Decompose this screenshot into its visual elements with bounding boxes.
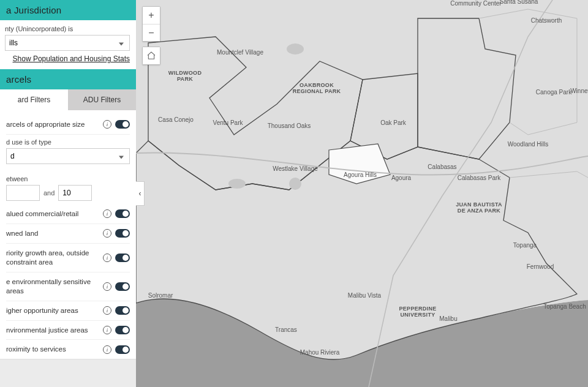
map-label: Westlake Village [273, 165, 318, 172]
filter-row-0: alued commercial/retaili [6, 205, 130, 224]
filter-row-6: roximity to servicesi [6, 339, 130, 359]
info-icon[interactable]: i [103, 306, 111, 315]
filter-row-3: e environmentally sensitive areasi [6, 272, 130, 301]
filter-row-1: wned landi [6, 224, 130, 243]
filter-acreage: etween and [6, 171, 130, 201]
info-icon[interactable]: i [103, 120, 111, 129]
zoom-group: + − [142, 6, 160, 42]
map-label: Agoura [391, 175, 411, 181]
map-label: Mahou Riviera [300, 349, 339, 356]
filter-label: wned land [6, 229, 103, 238]
toggle-appropriate-size[interactable] [115, 120, 130, 129]
filter-row-5: nvironmental justice areasi [6, 320, 130, 340]
landuse-select[interactable]: d [6, 148, 130, 164]
map-svg [136, 0, 588, 387]
tab-adu-filters[interactable]: ADU Filters [68, 89, 136, 110]
svg-point-1 [228, 179, 246, 189]
map-label: Casa Conejo [158, 116, 194, 123]
filter-label: arcels of appropriate size [6, 120, 103, 129]
map-label: Calabasas [428, 163, 456, 170]
sidebar: a Jurisdiction nty (Unincorporated) is i… [0, 0, 136, 387]
jurisdiction-select[interactable]: ills [5, 35, 130, 51]
jurisdiction-header: a Jurisdiction [0, 0, 136, 20]
map-label: Community Center [450, 0, 501, 7]
filter-label: roximity to services [6, 345, 103, 354]
parcels-header: arcels [0, 69, 136, 89]
map-label: PEPPERDINE UNIVERSITY [393, 306, 442, 318]
acreage-label: etween [6, 175, 130, 182]
home-button[interactable] [143, 47, 160, 64]
svg-point-2 [289, 178, 301, 190]
map-label: JUAN BAUTISTA DE ANZA PARK [454, 202, 503, 214]
toggle-5[interactable] [115, 326, 130, 334]
population-stats-link[interactable]: Show Population and Housing Stats [5, 54, 130, 63]
map-label: Winnetka [570, 88, 588, 94]
map-label: Agoura Hills [344, 171, 377, 178]
map-area[interactable]: Mountclef VillageWILDWOOD PARKCasa Conej… [136, 0, 588, 387]
map-label: Trancas [275, 326, 297, 333]
acre-and-label: and [43, 189, 55, 197]
toggle-2[interactable] [115, 254, 130, 262]
landuse-label: d use is of type [6, 138, 130, 146]
map-label: Woodland Hills [508, 141, 549, 148]
jurisdiction-label: nty (Unincorporated) is [5, 25, 130, 32]
map-label: Calabasas Park [458, 175, 501, 181]
map-label: Malibu Vista [348, 292, 381, 299]
map-label: Chatsworth [531, 17, 562, 24]
filter-label: riority growth area, outside constraint … [6, 249, 103, 267]
map-label: Topanga [513, 242, 537, 249]
filter-tabs: ard Filters ADU Filters [0, 89, 136, 110]
home-icon [146, 51, 156, 61]
toggle-0[interactable] [115, 209, 130, 218]
info-icon[interactable]: i [103, 345, 111, 354]
filter-label: igher opportunity areas [6, 306, 103, 315]
info-icon[interactable]: i [103, 282, 111, 291]
jurisdiction-body: nty (Unincorporated) is ills Show Popula… [0, 20, 136, 69]
home-button-group [142, 47, 160, 65]
toggle-3[interactable] [115, 282, 130, 291]
map-label: Canoga Park [536, 89, 571, 96]
map-label: Mountclef Village [217, 49, 263, 56]
filter-label: nvironmental justice areas [6, 326, 103, 335]
toggle-6[interactable] [115, 345, 130, 354]
filter-label: e environmentally sensitive areas [6, 277, 103, 296]
tab-standard-filters[interactable]: ard Filters [0, 89, 68, 110]
filters-body: arcels of appropriate size i d use is of… [0, 110, 136, 387]
acre-min-input[interactable] [6, 185, 40, 201]
map-label: Ventu Park [213, 119, 243, 126]
sidebar-collapse-toggle[interactable]: ‹ [136, 181, 145, 206]
filters-remainder [0, 359, 136, 387]
toggle-1[interactable] [115, 229, 130, 238]
map-label: Thousand Oaks [268, 122, 311, 129]
info-icon[interactable]: i [103, 326, 111, 334]
map-label: Solromar [148, 292, 173, 299]
map-label: Oak Park [380, 119, 406, 126]
map-label: Fernwood [527, 263, 554, 270]
map-label: WILDWOOD PARK [160, 70, 209, 83]
map-label: Topanga Beach [543, 303, 586, 310]
acre-max-input[interactable] [58, 185, 92, 201]
map-label: Santa Susana [500, 0, 538, 5]
zoom-in-button[interactable]: + [143, 7, 160, 24]
info-icon[interactable]: i [103, 209, 111, 218]
map-controls: + − [142, 6, 160, 65]
zoom-out-button[interactable]: − [143, 24, 160, 41]
filter-row-2: riority growth area, outside constraint … [6, 243, 130, 272]
svg-point-3 [287, 43, 304, 54]
info-icon[interactable]: i [103, 254, 111, 262]
map-label: Malibu [439, 315, 457, 322]
filter-row-4: igher opportunity areasi [6, 301, 130, 320]
info-icon[interactable]: i [103, 229, 111, 238]
filter-land-use: d use is of type d [6, 134, 130, 171]
toggle-4[interactable] [115, 306, 130, 315]
filter-label: alued commercial/retail [6, 209, 103, 219]
filter-appropriate-size: arcels of appropriate size i [6, 115, 130, 134]
map-label: OAKBROOK REGIONAL PARK [292, 83, 341, 95]
